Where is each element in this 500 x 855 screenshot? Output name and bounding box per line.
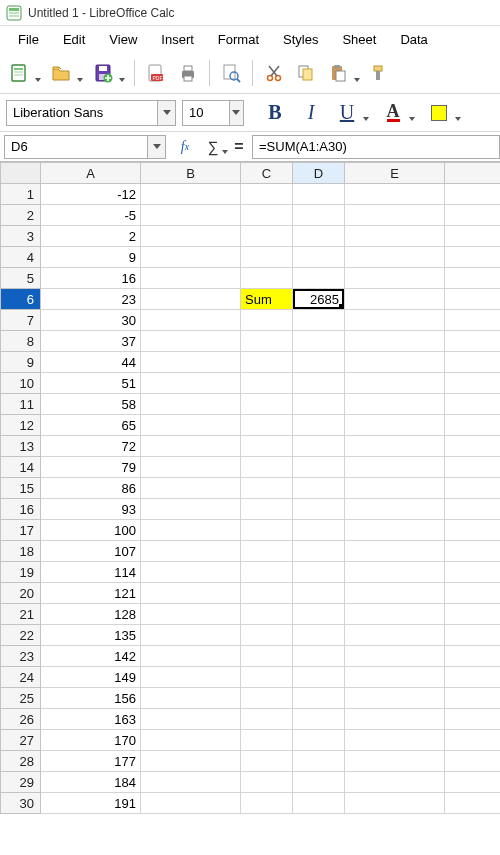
cell[interactable]	[141, 394, 241, 415]
cell[interactable]	[445, 373, 501, 394]
cell[interactable]	[241, 310, 293, 331]
formula-equals-button[interactable]: =	[228, 135, 250, 159]
cell[interactable]	[241, 478, 293, 499]
cell[interactable]	[141, 772, 241, 793]
row-header[interactable]: 23	[1, 646, 41, 667]
cell[interactable]	[293, 562, 345, 583]
cell[interactable]	[445, 562, 501, 583]
cell[interactable]	[293, 751, 345, 772]
cell[interactable]	[293, 373, 345, 394]
cell[interactable]	[241, 373, 293, 394]
cell[interactable]	[241, 562, 293, 583]
cell[interactable]	[241, 457, 293, 478]
cell[interactable]	[141, 625, 241, 646]
function-wizard-button[interactable]: fx	[172, 135, 198, 159]
print-button[interactable]	[173, 58, 203, 88]
row-header[interactable]: 8	[1, 331, 41, 352]
cell[interactable]	[293, 667, 345, 688]
cell[interactable]	[445, 604, 501, 625]
cell[interactable]	[141, 520, 241, 541]
clone-formatting-button[interactable]	[365, 58, 395, 88]
font-name-input[interactable]	[7, 101, 157, 125]
cell[interactable]	[141, 541, 241, 562]
cell[interactable]	[345, 436, 445, 457]
cell[interactable]	[445, 415, 501, 436]
cell[interactable]	[345, 646, 445, 667]
cell[interactable]	[445, 394, 501, 415]
cell[interactable]	[141, 478, 241, 499]
cell[interactable]	[345, 289, 445, 310]
cell[interactable]	[293, 541, 345, 562]
cell[interactable]: 100	[41, 520, 141, 541]
name-box-dropdown-button[interactable]	[147, 136, 165, 158]
cell[interactable]	[141, 331, 241, 352]
autosum-button[interactable]: ∑	[198, 135, 228, 159]
cell[interactable]	[445, 709, 501, 730]
cell[interactable]: 114	[41, 562, 141, 583]
cell[interactable]	[293, 352, 345, 373]
cell[interactable]	[141, 184, 241, 205]
print-preview-button[interactable]	[216, 58, 246, 88]
cell[interactable]: 51	[41, 373, 141, 394]
menu-sheet[interactable]: Sheet	[332, 29, 386, 50]
cell[interactable]	[345, 709, 445, 730]
col-header-A[interactable]: A	[41, 163, 141, 184]
cell[interactable]	[141, 205, 241, 226]
cell[interactable]: 65	[41, 415, 141, 436]
cell[interactable]	[345, 793, 445, 814]
row-header[interactable]: 28	[1, 751, 41, 772]
cell[interactable]	[445, 226, 501, 247]
cell[interactable]	[241, 541, 293, 562]
cell[interactable]	[141, 667, 241, 688]
cell[interactable]: 163	[41, 709, 141, 730]
cell[interactable]: 37	[41, 331, 141, 352]
cell[interactable]	[141, 352, 241, 373]
cell[interactable]	[293, 688, 345, 709]
export-pdf-button[interactable]: PDF	[141, 58, 171, 88]
formula-input[interactable]	[252, 135, 500, 159]
cell[interactable]	[293, 436, 345, 457]
cell[interactable]	[445, 583, 501, 604]
cell[interactable]: 16	[41, 268, 141, 289]
cell[interactable]	[241, 604, 293, 625]
cell[interactable]	[345, 583, 445, 604]
font-size-combo[interactable]	[182, 100, 244, 126]
cell[interactable]	[293, 457, 345, 478]
row-header[interactable]: 26	[1, 709, 41, 730]
cell[interactable]	[141, 688, 241, 709]
cell[interactable]	[293, 205, 345, 226]
cell[interactable]	[241, 709, 293, 730]
cell[interactable]: 177	[41, 751, 141, 772]
cell[interactable]	[141, 457, 241, 478]
cell[interactable]	[445, 184, 501, 205]
cell[interactable]	[241, 226, 293, 247]
row-header[interactable]: 1	[1, 184, 41, 205]
row-header[interactable]: 13	[1, 436, 41, 457]
row-header[interactable]: 6	[1, 289, 41, 310]
cell[interactable]	[293, 709, 345, 730]
cell[interactable]	[345, 562, 445, 583]
cell[interactable]	[241, 205, 293, 226]
cell[interactable]	[445, 688, 501, 709]
cell[interactable]	[445, 478, 501, 499]
cell[interactable]	[141, 373, 241, 394]
cell[interactable]: 2685	[293, 289, 345, 310]
row-header[interactable]: 10	[1, 373, 41, 394]
menu-view[interactable]: View	[99, 29, 147, 50]
cell[interactable]: 9	[41, 247, 141, 268]
row-header[interactable]: 24	[1, 667, 41, 688]
cell[interactable]: -12	[41, 184, 141, 205]
cell[interactable]	[141, 436, 241, 457]
name-box-input[interactable]	[5, 136, 147, 158]
font-size-input[interactable]	[183, 101, 229, 125]
cell[interactable]	[345, 625, 445, 646]
cell[interactable]: 191	[41, 793, 141, 814]
cell[interactable]	[141, 583, 241, 604]
cell[interactable]	[241, 667, 293, 688]
menu-insert[interactable]: Insert	[151, 29, 204, 50]
cell[interactable]	[241, 268, 293, 289]
row-header[interactable]: 17	[1, 520, 41, 541]
menu-file[interactable]: File	[8, 29, 49, 50]
cell[interactable]	[141, 499, 241, 520]
highlight-color-button[interactable]	[424, 98, 464, 128]
